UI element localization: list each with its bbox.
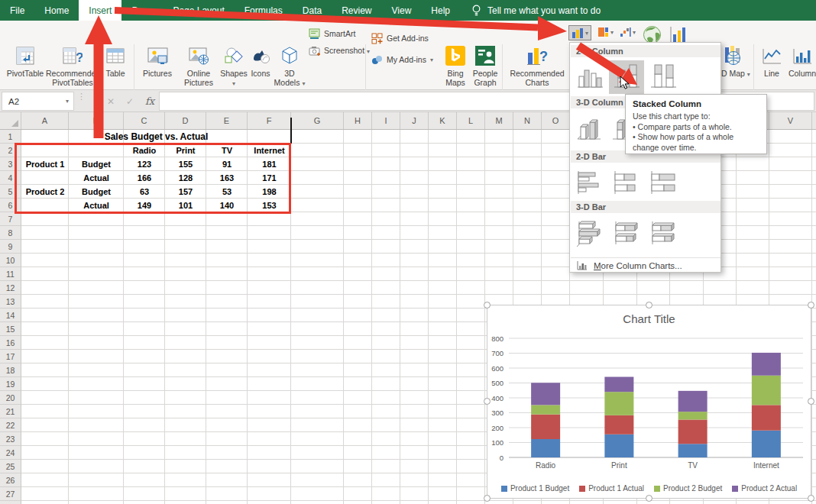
bar-segment-product-1-actual[interactable] — [752, 405, 781, 430]
bar-segment-product-1-budget[interactable] — [604, 435, 633, 457]
sparkline-line-button[interactable]: Line — [758, 44, 785, 95]
chart-title[interactable]: Chart Title — [487, 312, 811, 325]
chart-type-clustered-bar[interactable] — [572, 166, 607, 199]
column-header-K[interactable]: K — [429, 112, 457, 129]
chart-type-clustered-column[interactable] — [572, 60, 607, 94]
pictures-button[interactable]: Pictures — [138, 44, 177, 95]
row-header-17[interactable]: 17 — [0, 350, 21, 363]
chart-type-3d-clustered-bar[interactable] — [572, 216, 607, 250]
bar-segment-product-2-actual[interactable] — [531, 383, 560, 405]
insert-column-chart-button[interactable]: ▾ — [568, 25, 591, 40]
column-header-E[interactable]: E — [206, 112, 248, 129]
chart-type-3d-stacked-bar[interactable] — [609, 216, 644, 250]
column-header-B[interactable]: B — [69, 112, 124, 129]
row-header-26[interactable]: 26 — [0, 473, 21, 487]
my-addins-button[interactable]: My Add-ins ▾ — [371, 53, 433, 66]
shapes-button[interactable]: Shapes▾ — [220, 44, 248, 95]
tab-draw[interactable]: Draw — [121, 0, 163, 21]
column-header-N[interactable]: N — [513, 112, 542, 129]
bing-maps-button[interactable]: Bing Maps — [442, 44, 469, 95]
row-header-27[interactable]: 27 — [0, 487, 21, 501]
bar-segment-product-1-actual[interactable] — [678, 419, 708, 444]
column-header-D[interactable]: D — [165, 112, 206, 129]
legend-item[interactable]: Product 1 Actual — [579, 484, 644, 493]
row-header-9[interactable]: 9 — [0, 240, 21, 254]
tab-data[interactable]: Data — [293, 0, 332, 21]
get-addins-button[interactable]: Get Add-ins — [371, 31, 429, 45]
row-header-11[interactable]: 11 — [0, 267, 21, 281]
chart-handle[interactable] — [484, 398, 491, 405]
name-box-caret[interactable]: ▾ — [66, 98, 69, 105]
column-header-A[interactable]: A — [21, 112, 69, 129]
chart-handle[interactable] — [808, 398, 814, 405]
3d-models-button[interactable]: 3D Models ▾ — [274, 44, 306, 95]
row-header-7[interactable]: 7 — [0, 212, 21, 226]
3d-map-button[interactable]: 3D Map ▾ — [717, 44, 750, 95]
icons-button[interactable]: Icons — [249, 44, 272, 95]
tab-review[interactable]: Review — [332, 0, 381, 21]
tab-home[interactable]: Home — [34, 0, 79, 21]
chart-handle[interactable] — [646, 495, 652, 502]
formula-bar-splitter[interactable]: ⋮ — [77, 94, 86, 99]
column-header-G[interactable]: G — [291, 112, 344, 129]
chart-type-100-stacked-bar[interactable] — [646, 166, 681, 199]
select-all-corner[interactable] — [0, 112, 21, 129]
chart-handle[interactable] — [808, 302, 814, 309]
insert-hierarchy-chart-button[interactable]: ▾ — [595, 25, 616, 39]
insert-waterfall-chart-button[interactable]: ▾ — [617, 25, 638, 39]
more-column-charts[interactable]: More Column Charts... — [571, 257, 720, 273]
column-header-H[interactable]: H — [344, 112, 372, 129]
cancel-entry-button[interactable]: ✕ — [103, 93, 118, 109]
tab-help[interactable]: Help — [421, 0, 460, 21]
bar-segment-product-2-actual[interactable] — [604, 377, 633, 393]
bar-segment-product-1-budget[interactable] — [531, 439, 560, 457]
insert-function-button[interactable]: fx — [142, 93, 157, 109]
chart-legend[interactable]: Product 1 BudgetProduct 1 ActualProduct … — [487, 484, 811, 493]
row-header-16[interactable]: 16 — [0, 336, 21, 350]
chart-handle[interactable] — [808, 495, 814, 502]
confirm-entry-button[interactable]: ✓ — [122, 93, 138, 109]
row-header-12[interactable]: 12 — [0, 281, 21, 295]
row-header-24[interactable]: 24 — [0, 446, 21, 460]
row-header-8[interactable]: 8 — [0, 226, 21, 240]
chart-type-3d-100-stacked-bar[interactable] — [646, 216, 681, 250]
chart-handle[interactable] — [484, 495, 491, 502]
column-header-W[interactable]: W — [812, 112, 816, 129]
tab-file[interactable]: File — [0, 0, 34, 21]
row-header-18[interactable]: 18 — [0, 363, 21, 377]
row-header-13[interactable]: 13 — [0, 295, 21, 309]
legend-item[interactable]: Product 2 Budget — [654, 484, 722, 493]
sheet-title-cell[interactable]: Sales Budget vs. Actual — [21, 130, 291, 144]
column-header-M[interactable]: M — [485, 112, 513, 129]
tab-insert[interactable]: Insert — [79, 0, 121, 21]
row-header-20[interactable]: 20 — [0, 391, 21, 405]
column-header-O[interactable]: O — [542, 112, 570, 129]
bar-segment-product-1-actual[interactable] — [531, 415, 560, 439]
bar-segment-product-2-budget[interactable] — [531, 405, 560, 414]
people-graph-button[interactable]: People Graph — [471, 44, 500, 95]
pivottable-button[interactable]: PivotTable — [5, 44, 46, 95]
screenshot-button[interactable]: Screenshot ▾ — [309, 44, 370, 57]
bar-segment-product-2-budget[interactable] — [604, 392, 633, 415]
column-header-L[interactable]: L — [457, 112, 485, 129]
bar-segment-product-1-budget[interactable] — [752, 431, 781, 457]
chart-handle[interactable] — [646, 302, 652, 309]
row-header-10[interactable]: 10 — [0, 254, 21, 267]
bar-segment-product-1-budget[interactable] — [678, 444, 708, 457]
online-pictures-button[interactable]: Online Pictures — [179, 44, 219, 95]
row-header-28[interactable]: 28 — [0, 501, 21, 504]
recommended-charts-button[interactable]: ? Recommended Charts — [509, 44, 565, 95]
bar-segment-product-2-budget[interactable] — [752, 376, 781, 405]
bar-segment-product-1-actual[interactable] — [604, 415, 633, 435]
name-box[interactable]: A2 ▾ — [2, 92, 74, 111]
legend-item[interactable]: Product 2 Actual — [732, 484, 797, 493]
tab-view[interactable]: View — [382, 0, 422, 21]
column-header-C[interactable]: C — [124, 112, 165, 129]
sparkline-column-button[interactable]: Column — [787, 44, 816, 95]
chart-handle[interactable] — [484, 302, 491, 309]
tab-formulas[interactable]: Formulas — [235, 0, 293, 21]
recommended-pivottables-button[interactable]: ? Recommended PivotTables — [46, 44, 99, 95]
row-header-1[interactable]: 1 — [0, 130, 21, 144]
chart-type-stacked-bar[interactable] — [609, 166, 644, 199]
row-header-15[interactable]: 15 — [0, 322, 21, 336]
